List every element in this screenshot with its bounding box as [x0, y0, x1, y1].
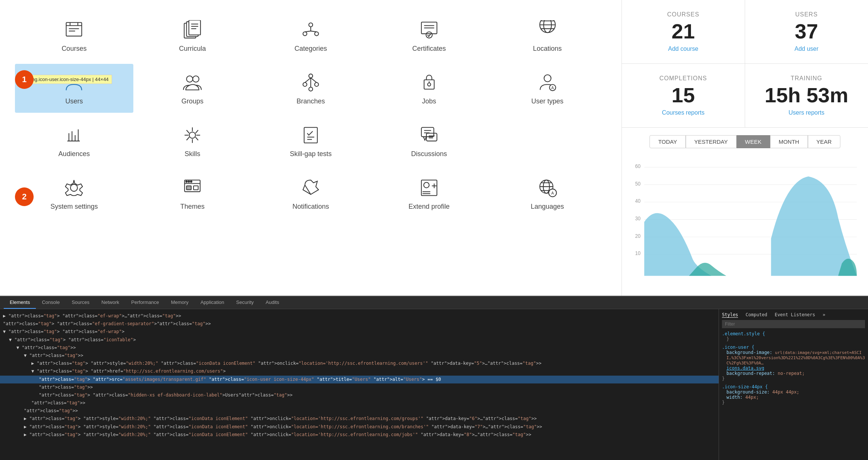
svg-line-47 — [196, 137, 198, 140]
svg-text:60: 60 — [635, 164, 641, 170]
chart-tab-year[interactable]: YEAR — [808, 135, 840, 148]
certificates-icon — [418, 19, 440, 41]
top-area: 1 img.icon-user.icon-size-44px | 44×44 C… — [0, 0, 868, 296]
svg-line-51 — [187, 130, 189, 133]
icon-cell-branches[interactable]: Branches — [252, 64, 370, 113]
chart-tab-month[interactable]: MONTH — [770, 135, 808, 148]
svg-point-40 — [544, 75, 551, 82]
users-label: Users — [65, 97, 83, 105]
devtools-tab-console[interactable]: Console — [36, 296, 66, 309]
icon-cell-locations[interactable]: Locations — [488, 11, 607, 60]
system-settings-label: System settings — [50, 203, 98, 211]
svg-text:50: 50 — [635, 181, 641, 187]
icon-cell-notifications[interactable]: Notifications — [252, 169, 370, 218]
icon-cell-skill-gap-tests[interactable]: Skill-gap tests — [252, 116, 370, 165]
icon-cell-categories[interactable]: Categories — [252, 11, 370, 60]
stat-label-2: COMPLETIONS — [629, 75, 737, 82]
devtools-html-line: "attr">class="tag"> "attr">class="ef-gra… — [0, 320, 719, 328]
svg-text:40: 40 — [635, 198, 641, 204]
devtools-tab-network[interactable]: Network — [96, 296, 125, 309]
themes-label: Themes — [180, 203, 205, 211]
main-container: 1 img.icon-user.icon-size-44px | 44×44 C… — [0, 0, 868, 460]
certificates-label: Certificates — [412, 45, 446, 53]
stat-cell-1: USERS 37 Add user — [745, 0, 868, 64]
skill-gap-tests-icon — [300, 124, 322, 146]
svg-point-38 — [428, 83, 431, 86]
icon-user-selector: .icon-user { — [722, 345, 865, 350]
stat-link-2[interactable]: Courses reports — [629, 109, 737, 116]
devtools-html-line: ▼ "attr">class="tag"> "attr">class="icon… — [0, 336, 719, 344]
discussions-label: Discussions — [411, 150, 447, 158]
devtools-html-line: ▶ "attr">class="tag"> "attr">style="widt… — [0, 415, 719, 423]
categories-label: Categories — [294, 45, 327, 53]
icon-cell-user-types[interactable]: AUser types — [488, 64, 607, 113]
chart-tab-yesterday[interactable]: YESTERDAY — [686, 135, 737, 148]
icon-cell-users[interactable]: Users — [15, 64, 133, 113]
chart-tab-week[interactable]: WEEK — [737, 135, 770, 148]
icon-cell-curricula[interactable]: Curricula — [133, 11, 252, 60]
more-tabs[interactable]: » — [823, 312, 825, 318]
icon-cell-groups[interactable]: Groups — [133, 64, 252, 113]
event-listeners-tab[interactable]: Event Listeners — [775, 312, 815, 318]
svg-point-21 — [426, 32, 432, 38]
svg-point-14 — [314, 32, 318, 35]
icon-cell-themes[interactable]: Themes — [133, 169, 252, 218]
stat-link-3[interactable]: Users reports — [753, 109, 861, 116]
styles-panel-title: Styles Computed Event Listeners » — [722, 312, 865, 318]
curricula-label: Curricula — [179, 45, 206, 53]
jobs-label: Jobs — [422, 97, 436, 105]
languages-icon: A — [536, 177, 559, 199]
stat-link-1[interactable]: Add user — [753, 46, 861, 52]
icon-grid: CoursesCurriculaCategoriesCertificatesLo… — [15, 11, 607, 218]
devtools-html-line: "attr">class="tag">> — [0, 383, 719, 391]
devtools-tab-security[interactable]: Security — [230, 296, 260, 309]
devtools-html-panel: ▶ "attr">class="tag"> "attr">class="ef-w… — [0, 309, 719, 460]
icon-cell-courses[interactable]: Courses — [15, 11, 133, 60]
svg-rect-8 — [189, 20, 201, 35]
icon-cell-languages[interactable]: ALanguages — [488, 169, 607, 218]
svg-line-17 — [311, 31, 317, 32]
stat-label-3: TRAINING — [753, 75, 861, 82]
devtools-tab-performance[interactable]: Performance — [125, 296, 165, 309]
icon-cell-skills[interactable]: Skills — [133, 116, 252, 165]
badge-1: 1 — [15, 70, 34, 89]
right-panel: COURSES 21 Add course USERS 37 Add user … — [621, 0, 868, 296]
styles-tab[interactable]: Styles — [722, 312, 738, 318]
computed-tab[interactable]: Computed — [745, 312, 767, 318]
svg-point-52 — [189, 132, 196, 139]
devtools-tab-application[interactable]: Application — [195, 296, 230, 309]
icon-cell-certificates[interactable]: Certificates — [370, 11, 488, 60]
extend-profile-label: Extend profile — [409, 203, 450, 211]
branches-icon — [300, 71, 322, 94]
devtools-html-line: ▶ "attr">class="tag"> "attr">class="ef-w… — [0, 312, 719, 320]
stat-link-0[interactable]: Add course — [629, 46, 737, 52]
styles-filter-input[interactable] — [722, 320, 865, 328]
icon-size-width: width: 44px; — [722, 395, 865, 400]
icon-cell-audiences[interactable]: Audiences — [15, 116, 133, 165]
icon-user-bg-repeat: background-repeat: no-repeat; — [722, 371, 865, 376]
svg-point-28 — [187, 76, 193, 82]
user-types-label: User types — [531, 97, 564, 105]
icon-cell-discussions[interactable]: Discussions — [370, 116, 488, 165]
extend-profile-icon — [418, 177, 440, 199]
devtools-tab-memory[interactable]: Memory — [165, 296, 195, 309]
categories-icon — [300, 19, 322, 41]
svg-point-63 — [71, 184, 78, 192]
svg-text:30: 30 — [635, 215, 641, 221]
icon-user-bg-image: background-image: url(data:image/svg+xml… — [722, 350, 865, 366]
chart-tab-today[interactable]: TODAY — [650, 135, 685, 148]
icon-cell-jobs[interactable]: Jobs — [370, 64, 488, 113]
devtools-html-line: "attr">class="tag"> "attr">src="assets/i… — [0, 376, 719, 383]
devtools-tab-elements[interactable]: Elements — [4, 296, 36, 309]
devtools-tab-audits[interactable]: Audits — [260, 296, 285, 309]
devtools-tab-sources[interactable]: Sources — [66, 296, 96, 309]
chart-tabs: TODAYYESTERDAYWEEKMONTHYEAR — [629, 135, 861, 148]
svg-point-72 — [424, 182, 429, 188]
devtools-html-line: ▶ "attr">class="tag"> "attr">style="widt… — [0, 360, 719, 367]
icon-cell-extend-profile[interactable]: Extend profile — [370, 169, 488, 218]
svg-text:10: 10 — [635, 251, 641, 257]
svg-point-33 — [309, 87, 313, 91]
icon-user-close: } — [722, 376, 865, 381]
svg-rect-70 — [193, 186, 198, 190]
groups-icon — [181, 71, 204, 94]
